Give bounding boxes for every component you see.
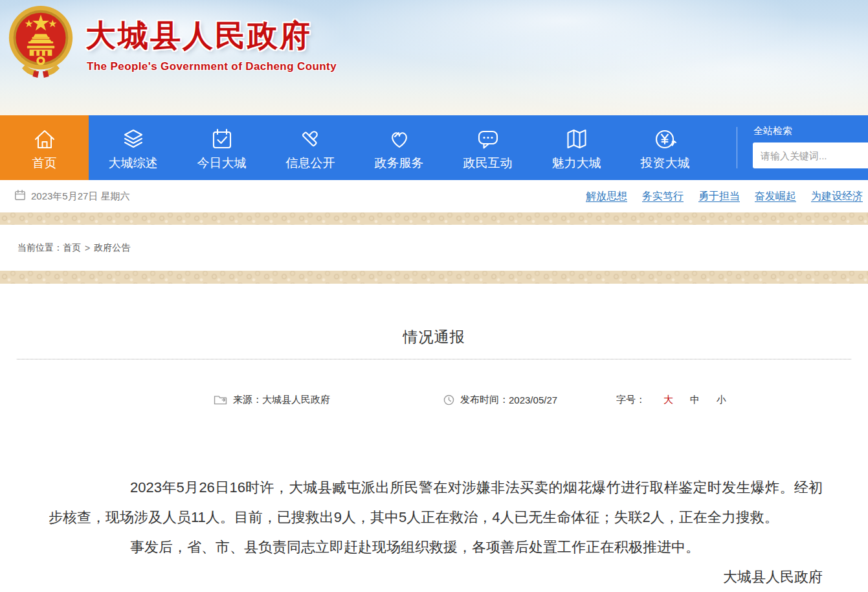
fontsize-medium-button[interactable]: 中 — [690, 394, 700, 406]
nav-item-label: 今日大城 — [197, 157, 247, 169]
nav-item-overview[interactable]: 大城综述 — [89, 115, 177, 180]
nav-item-info-disclosure[interactable]: 信息公开 — [266, 115, 355, 180]
fontsize-small-button[interactable]: 小 — [717, 394, 726, 406]
article-paragraph: 事发后，省、市、县负责同志立即赶赴现场组织救援，各项善后处置工作正在积极推进中。 — [49, 532, 845, 562]
source-label: 来源： — [233, 394, 262, 406]
main-nav: 首页 大城综述 今日大城 信息公开 政务服务 政民互动 魅力大城 — [0, 115, 868, 180]
article-title: 情况通报 — [0, 284, 868, 347]
nav-item-label: 大城综述 — [109, 157, 158, 169]
meta-fontsize: 字号： 大 中 小 — [616, 390, 743, 409]
site-search: 全站检索 — [753, 115, 868, 180]
breadcrumb-label: 当前位置： — [17, 242, 63, 254]
nav-item-label: 首页 — [32, 157, 57, 169]
nav-item-home[interactable]: 首页 — [0, 115, 89, 180]
slogan-link[interactable]: 务实笃行 — [642, 190, 684, 203]
home-icon — [32, 126, 58, 152]
layers-icon — [120, 126, 146, 152]
nav-item-invest[interactable]: 投资大城 — [621, 115, 709, 180]
map-icon — [564, 126, 590, 152]
title-divider — [17, 359, 851, 359]
current-date: 2023年5月27日 星期六 — [31, 190, 130, 203]
nav-item-label: 投资大城 — [641, 157, 690, 169]
article: 情况通报 来源： 大城县人民政府 发布时间： 2023/05/27 字号： 大 … — [0, 284, 868, 592]
calendar-check-icon — [209, 126, 235, 152]
nav-item-label: 信息公开 — [286, 157, 335, 169]
clock-icon — [443, 394, 454, 405]
site-title: 大城县人民政府 — [85, 16, 337, 56]
stamp-icon — [298, 126, 324, 152]
chat-bubble-icon — [475, 126, 501, 152]
article-signature: 大城县人民政府 — [49, 562, 845, 592]
nav-item-label: 政民互动 — [463, 157, 513, 169]
article-meta: 来源： 大城县人民政府 发布时间： 2023/05/27 字号： 大 中 小 — [0, 390, 868, 409]
nav-item-interaction[interactable]: 政民互动 — [443, 115, 532, 180]
decorative-band — [0, 212, 868, 225]
search-label: 全站检索 — [753, 125, 868, 137]
heart-icon — [386, 126, 412, 152]
meta-publish-time: 发布时间： 2023/05/27 — [443, 390, 557, 409]
nav-divider — [737, 127, 737, 168]
slogan-link[interactable]: 解放思想 — [586, 190, 627, 203]
article-body: 2023年5月26日16时许，大城县臧屯派出所民警在对涉嫌非法买卖的烟花爆竹进行… — [0, 473, 868, 592]
site-subtitle-en: The People's Government of Dacheng Count… — [87, 60, 337, 73]
breadcrumb-current-link[interactable]: 政府公告 — [94, 242, 130, 254]
breadcrumb-separator: > — [85, 243, 90, 253]
nav-item-charm[interactable]: 魅力大城 — [532, 115, 621, 180]
nav-item-label: 魅力大城 — [552, 157, 601, 169]
slogan-link[interactable]: 勇于担当 — [698, 190, 740, 203]
slogan-link[interactable]: 奋发崛起 — [755, 190, 796, 203]
site-logo: 大城县人民政府 The People's Government of Dache… — [6, 4, 337, 79]
meta-source: 来源： 大城县人民政府 — [214, 390, 330, 409]
date-bar: 2023年5月27日 星期六 解放思想 务实笃行 勇于担当 奋发崛起 为建设经济 — [0, 180, 868, 212]
site-header: 大城县人民政府 The People's Government of Dache… — [0, 0, 868, 115]
yuan-circle-icon — [652, 126, 678, 152]
nav-item-services[interactable]: 政务服务 — [355, 115, 443, 180]
fontsize-large-button[interactable]: 大 — [663, 394, 673, 406]
slogan-link[interactable]: 为建设经济 — [811, 190, 863, 203]
publish-date: 2023/05/27 — [509, 394, 557, 405]
calendar-icon — [14, 189, 26, 203]
folder-icon — [214, 394, 227, 405]
breadcrumb: 当前位置： 首页 > 政府公告 — [0, 225, 868, 271]
nav-item-today[interactable]: 今日大城 — [177, 115, 266, 180]
nav-item-label: 政务服务 — [375, 157, 424, 169]
breadcrumb-home-link[interactable]: 首页 — [63, 242, 81, 254]
slogan-links: 解放思想 务实笃行 勇于担当 奋发崛起 为建设经济 — [586, 180, 863, 212]
source-value: 大城县人民政府 — [262, 394, 330, 406]
publish-label: 发布时间： — [460, 394, 509, 406]
decorative-band — [0, 271, 868, 284]
search-input[interactable] — [753, 142, 868, 168]
china-national-emblem-icon — [6, 4, 75, 79]
fontsize-label: 字号： — [616, 394, 645, 406]
article-paragraph: 2023年5月26日16时许，大城县臧屯派出所民警在对涉嫌非法买卖的烟花爆竹进行… — [49, 473, 845, 532]
